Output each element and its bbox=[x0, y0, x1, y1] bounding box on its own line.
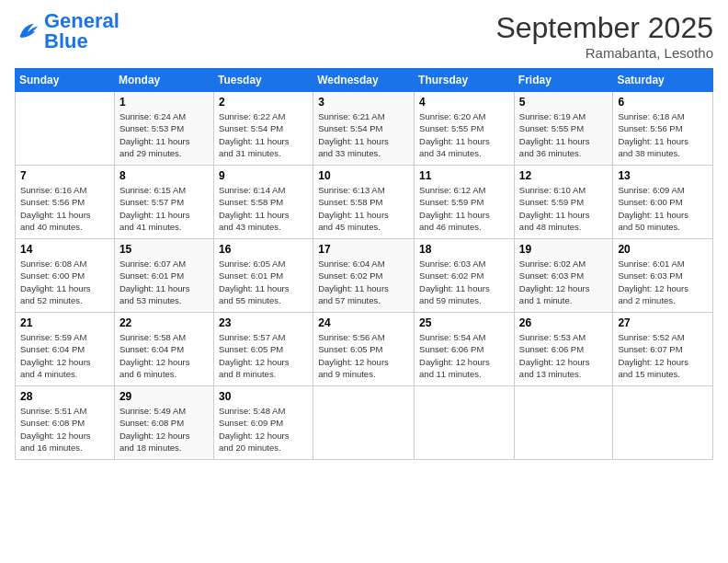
day-number: 30 bbox=[219, 390, 308, 403]
calendar-cell: 30Sunrise: 5:48 AMSunset: 6:09 PMDayligh… bbox=[213, 386, 313, 460]
day-number: 22 bbox=[119, 316, 209, 329]
calendar-cell: 1Sunrise: 6:24 AMSunset: 5:53 PMDaylight… bbox=[114, 92, 213, 166]
day-number: 14 bbox=[20, 243, 109, 256]
month-title: September 2025 bbox=[495, 11, 713, 45]
day-header-saturday: Saturday bbox=[613, 69, 713, 92]
day-info: Sunrise: 6:08 AMSunset: 6:00 PMDaylight:… bbox=[20, 258, 109, 306]
day-number: 25 bbox=[419, 316, 509, 329]
day-info: Sunrise: 6:12 AMSunset: 5:59 PMDaylight:… bbox=[419, 184, 509, 233]
calendar-cell: 6Sunrise: 6:18 AMSunset: 5:56 PMDaylight… bbox=[613, 92, 713, 166]
day-info: Sunrise: 5:52 AMSunset: 6:07 PMDaylight:… bbox=[618, 331, 708, 380]
day-header-friday: Friday bbox=[514, 69, 613, 92]
day-header-tuesday: Tuesday bbox=[213, 69, 313, 92]
day-info: Sunrise: 6:19 AMSunset: 5:55 PMDaylight:… bbox=[519, 110, 609, 159]
day-number: 12 bbox=[519, 169, 609, 182]
day-number: 3 bbox=[318, 96, 409, 109]
day-number: 19 bbox=[519, 243, 609, 256]
day-info: Sunrise: 6:03 AMSunset: 6:02 PMDaylight:… bbox=[419, 258, 509, 306]
day-number: 9 bbox=[219, 169, 308, 182]
day-info: Sunrise: 5:48 AMSunset: 6:09 PMDaylight:… bbox=[219, 405, 308, 454]
day-info: Sunrise: 6:09 AMSunset: 6:00 PMDaylight:… bbox=[618, 184, 708, 233]
calendar-cell: 23Sunrise: 5:57 AMSunset: 6:05 PMDayligh… bbox=[213, 313, 313, 386]
day-number: 5 bbox=[519, 96, 609, 109]
calendar-cell: 28Sunrise: 5:51 AMSunset: 6:08 PMDayligh… bbox=[16, 386, 115, 460]
calendar-cell: 14Sunrise: 6:08 AMSunset: 6:00 PMDayligh… bbox=[16, 239, 115, 313]
calendar-cell: 19Sunrise: 6:02 AMSunset: 6:03 PMDayligh… bbox=[514, 239, 613, 313]
calendar-cell: 11Sunrise: 6:12 AMSunset: 5:59 PMDayligh… bbox=[415, 166, 515, 239]
day-info: Sunrise: 5:49 AMSunset: 6:08 PMDaylight:… bbox=[119, 405, 209, 454]
day-number: 11 bbox=[419, 169, 509, 182]
day-number: 10 bbox=[318, 169, 409, 182]
calendar-cell bbox=[313, 386, 415, 460]
calendar-cell: 18Sunrise: 6:03 AMSunset: 6:02 PMDayligh… bbox=[415, 239, 515, 313]
day-number: 29 bbox=[119, 390, 209, 403]
day-number: 15 bbox=[119, 243, 209, 256]
day-info: Sunrise: 5:58 AMSunset: 6:04 PMDaylight:… bbox=[119, 331, 209, 380]
calendar-cell: 20Sunrise: 6:01 AMSunset: 6:03 PMDayligh… bbox=[613, 239, 713, 313]
day-header-sunday: Sunday bbox=[16, 69, 115, 92]
calendar-cell: 5Sunrise: 6:19 AMSunset: 5:55 PMDaylight… bbox=[514, 92, 613, 166]
day-number: 17 bbox=[318, 243, 409, 256]
logo: General Blue bbox=[15, 11, 119, 52]
week-row-3: 14Sunrise: 6:08 AMSunset: 6:00 PMDayligh… bbox=[16, 239, 713, 313]
day-info: Sunrise: 6:16 AMSunset: 5:56 PMDaylight:… bbox=[20, 184, 109, 233]
day-number: 8 bbox=[119, 169, 209, 182]
calendar-cell: 24Sunrise: 5:56 AMSunset: 6:05 PMDayligh… bbox=[313, 313, 415, 386]
calendar-cell: 8Sunrise: 6:15 AMSunset: 5:57 PMDaylight… bbox=[114, 166, 213, 239]
day-number: 20 bbox=[618, 243, 708, 256]
calendar-cell: 25Sunrise: 5:54 AMSunset: 6:06 PMDayligh… bbox=[415, 313, 515, 386]
page-container: General Blue September 2025 Ramabanta, L… bbox=[0, 0, 728, 467]
calendar-cell bbox=[16, 92, 115, 166]
calendar-cell: 12Sunrise: 6:10 AMSunset: 5:59 PMDayligh… bbox=[514, 166, 613, 239]
week-row-2: 7Sunrise: 6:16 AMSunset: 5:56 PMDaylight… bbox=[16, 166, 713, 239]
day-info: Sunrise: 6:14 AMSunset: 5:58 PMDaylight:… bbox=[219, 184, 308, 233]
header: General Blue September 2025 Ramabanta, L… bbox=[15, 11, 713, 61]
day-number: 13 bbox=[618, 169, 708, 182]
calendar-cell: 26Sunrise: 5:53 AMSunset: 6:06 PMDayligh… bbox=[514, 313, 613, 386]
day-info: Sunrise: 6:22 AMSunset: 5:54 PMDaylight:… bbox=[219, 110, 308, 159]
calendar-cell: 15Sunrise: 6:07 AMSunset: 6:01 PMDayligh… bbox=[114, 239, 213, 313]
day-number: 2 bbox=[219, 96, 308, 109]
day-header-thursday: Thursday bbox=[415, 69, 515, 92]
day-info: Sunrise: 6:21 AMSunset: 5:54 PMDaylight:… bbox=[318, 110, 409, 159]
day-number: 28 bbox=[20, 390, 109, 403]
calendar-cell: 3Sunrise: 6:21 AMSunset: 5:54 PMDaylight… bbox=[313, 92, 415, 166]
week-row-5: 28Sunrise: 5:51 AMSunset: 6:08 PMDayligh… bbox=[16, 386, 713, 460]
calendar-cell: 4Sunrise: 6:20 AMSunset: 5:55 PMDaylight… bbox=[415, 92, 515, 166]
day-info: Sunrise: 6:02 AMSunset: 6:03 PMDaylight:… bbox=[519, 258, 609, 306]
calendar-cell: 10Sunrise: 6:13 AMSunset: 5:58 PMDayligh… bbox=[313, 166, 415, 239]
day-number: 4 bbox=[419, 96, 509, 109]
day-number: 6 bbox=[618, 96, 708, 109]
calendar-cell bbox=[613, 386, 713, 460]
calendar-cell: 7Sunrise: 6:16 AMSunset: 5:56 PMDaylight… bbox=[16, 166, 115, 239]
day-info: Sunrise: 6:10 AMSunset: 5:59 PMDaylight:… bbox=[519, 184, 609, 233]
calendar-table: SundayMondayTuesdayWednesdayThursdayFrid… bbox=[15, 68, 713, 460]
calendar-cell: 22Sunrise: 5:58 AMSunset: 6:04 PMDayligh… bbox=[114, 313, 213, 386]
day-info: Sunrise: 5:59 AMSunset: 6:04 PMDaylight:… bbox=[20, 331, 109, 380]
day-number: 26 bbox=[519, 316, 609, 329]
day-info: Sunrise: 6:07 AMSunset: 6:01 PMDaylight:… bbox=[119, 258, 209, 306]
day-number: 21 bbox=[20, 316, 109, 329]
calendar-cell: 16Sunrise: 6:05 AMSunset: 6:01 PMDayligh… bbox=[213, 239, 313, 313]
calendar-cell bbox=[514, 386, 613, 460]
day-header-monday: Monday bbox=[114, 69, 213, 92]
calendar-cell: 21Sunrise: 5:59 AMSunset: 6:04 PMDayligh… bbox=[16, 313, 115, 386]
logo-text-line2: Blue bbox=[44, 31, 119, 52]
day-info: Sunrise: 5:56 AMSunset: 6:05 PMDaylight:… bbox=[318, 331, 409, 380]
day-info: Sunrise: 6:15 AMSunset: 5:57 PMDaylight:… bbox=[119, 184, 209, 233]
week-row-4: 21Sunrise: 5:59 AMSunset: 6:04 PMDayligh… bbox=[16, 313, 713, 386]
calendar-cell: 9Sunrise: 6:14 AMSunset: 5:58 PMDaylight… bbox=[213, 166, 313, 239]
day-info: Sunrise: 6:04 AMSunset: 6:02 PMDaylight:… bbox=[318, 258, 409, 306]
calendar-cell: 2Sunrise: 6:22 AMSunset: 5:54 PMDaylight… bbox=[213, 92, 313, 166]
calendar-cell: 29Sunrise: 5:49 AMSunset: 6:08 PMDayligh… bbox=[114, 386, 213, 460]
day-number: 18 bbox=[419, 243, 509, 256]
day-info: Sunrise: 5:51 AMSunset: 6:08 PMDaylight:… bbox=[20, 405, 109, 454]
day-number: 16 bbox=[219, 243, 308, 256]
day-number: 1 bbox=[119, 96, 209, 109]
day-info: Sunrise: 5:54 AMSunset: 6:06 PMDaylight:… bbox=[419, 331, 509, 380]
day-header-wednesday: Wednesday bbox=[313, 69, 415, 92]
day-info: Sunrise: 5:53 AMSunset: 6:06 PMDaylight:… bbox=[519, 331, 609, 380]
day-info: Sunrise: 6:01 AMSunset: 6:03 PMDaylight:… bbox=[618, 258, 708, 306]
day-info: Sunrise: 6:05 AMSunset: 6:01 PMDaylight:… bbox=[219, 258, 308, 306]
logo-text-line1: General bbox=[44, 11, 119, 31]
